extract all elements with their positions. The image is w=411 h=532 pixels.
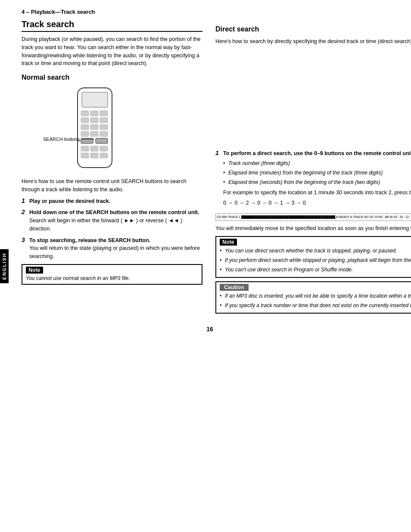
direct-search-caution: Caution If an MP3 disc is inserted, you … [215,281,411,314]
caution-content: If an MP3 disc is inserted, you will not… [220,292,411,309]
svg-rect-1 [82,92,108,107]
note-content: You cannot use normal search in an MP3 f… [26,275,198,282]
note-label: Note [26,267,43,274]
svg-rect-10 [100,124,108,130]
direct-bullet-1: Track number (three digits) [223,159,411,167]
direct-note-content: You can use direct search whether the tr… [220,247,411,274]
track-search-title: Track search [22,19,202,32]
example-sequence: 0 → 0 → 2 → 0 → 0 → 1 → 3 → 0 [223,199,411,207]
svg-rect-18 [100,146,108,151]
note-bullet-1: You can use direct search whether the tr… [220,247,411,255]
note-bullet-3: You can't use direct search in Program o… [220,266,411,274]
svg-rect-5 [81,118,89,123]
page-number: 16 [22,326,398,333]
svg-rect-4 [100,111,108,116]
direct-bullet-2: Elapsed time (minutes) from the beginnin… [223,169,411,177]
svg-rect-15 [96,138,108,143]
track-search-intro: During playback (or while paused), you c… [22,35,202,68]
svg-rect-16 [81,146,89,151]
caution-label: Caution [220,284,249,291]
normal-search-title: Normal search [22,74,202,81]
caution-bullet-2: If you specify a track number or time th… [220,302,411,309]
example-intro: For example to specify the location at 1… [223,189,411,197]
svg-rect-8 [81,124,89,130]
right-column: Direct search Here's how to search by di… [215,19,411,317]
page-header: 4 – Playback—Track search [22,9,398,15]
direct-search-title: Direct search [215,25,411,33]
direct-note-label: Note [220,239,237,246]
display-bar: CD-RW TRACK L ██████████████████████████… [215,213,411,221]
normal-search-description: Here's how to use the remote control uni… [22,177,202,194]
normal-search-remote-image: SEARCH buttons [69,86,155,173]
normal-search-note: Note You cannot use normal search in an … [22,264,202,285]
direct-bullet-3: Elapsed time (seconds) from the beginnin… [223,178,411,186]
svg-rect-12 [90,131,98,137]
svg-rect-11 [81,131,89,137]
normal-search-step-1: 1 Play or pause the desired track. [22,197,202,205]
note-bullet-2: If you perform direct search while stopp… [220,256,411,264]
remote-svg [69,86,121,172]
search-buttons-label: SEARCH buttons [43,137,94,142]
svg-rect-6 [90,118,98,123]
direct-search-description: Here's how to search by directly specify… [215,37,411,46]
caution-bullet-1: If an MP3 disc is inserted, you will not… [220,292,411,300]
direct-search-step-1: 1 To perform a direct search, use the 0–… [215,149,411,210]
left-column: Track search During playback (or while p… [22,19,202,317]
svg-rect-9 [90,124,98,130]
normal-search-step-3: 3 To stop searching, release the SEARCH … [22,236,202,261]
direct-search-note: Note You can use direct search whether t… [215,236,411,278]
svg-rect-21 [100,153,108,158]
svg-rect-2 [81,111,89,116]
side-language-tab: ENGLISH [0,249,9,283]
svg-rect-19 [81,153,89,158]
normal-search-step-2: 2 Hold down one of the SEARCH buttons on… [22,208,202,233]
svg-rect-20 [90,153,98,158]
svg-rect-13 [100,131,108,137]
svg-rect-17 [90,146,98,151]
svg-rect-7 [100,118,108,123]
after-step-text: You will immediately move to the specifi… [215,224,411,233]
svg-rect-3 [90,111,98,116]
